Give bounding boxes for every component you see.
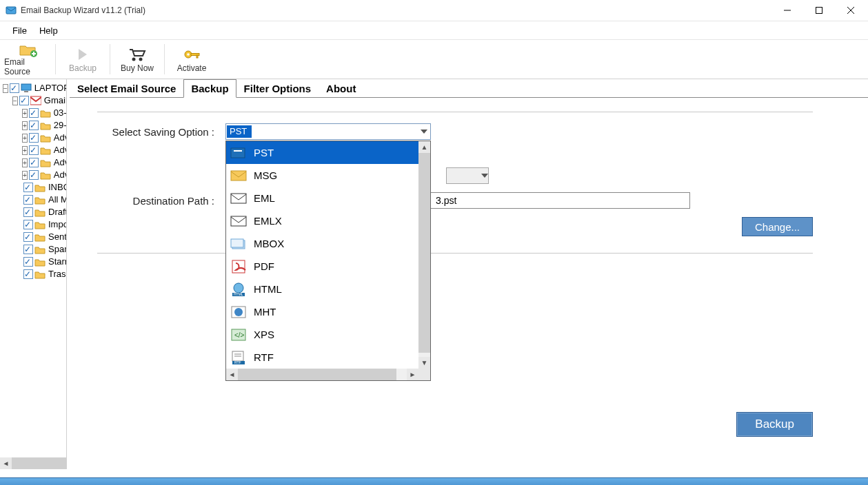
scroll-thumb[interactable] [238, 369, 396, 380]
checkbox[interactable] [23, 245, 33, 254]
menu-help[interactable]: Help [34, 24, 63, 37]
option-msg[interactable]: MSG [226, 164, 418, 187]
folder-icon [34, 245, 46, 254]
option-mbox[interactable]: MBOX [226, 232, 418, 255]
checkbox[interactable] [23, 220, 33, 229]
tree-toggle[interactable]: + [22, 121, 28, 130]
tool-backup[interactable]: Backup [59, 42, 107, 76]
svg-rect-22 [231, 194, 246, 203]
option-html[interactable]: HTMLHTML [226, 278, 418, 300]
svg-rect-0 [6, 7, 16, 14]
option-pdf[interactable]: PDF [226, 255, 418, 278]
tree-folder-label: INBOX (5134) [47, 181, 67, 194]
dropdown-horizontal-scrollbar[interactable]: ◄ ► [226, 369, 430, 380]
folder-tree[interactable]: − LAPTOP-IL218ID7 − Gmail +03-02-2020 05… [0, 79, 66, 280]
scroll-thumb[interactable] [12, 457, 67, 469]
scroll-thumb[interactable] [418, 153, 430, 353]
svg-rect-23 [231, 216, 246, 226]
tree-folder-label: Drafts (0) [47, 206, 67, 218]
checkbox[interactable] [23, 232, 33, 242]
scroll-right-arrow-icon[interactable]: ► [407, 369, 418, 380]
tree-toggle[interactable]: + [22, 158, 28, 167]
tab-filter-options[interactable]: Filter Options [236, 79, 319, 98]
backup-button[interactable]: Backup [736, 412, 813, 437]
checkbox[interactable] [10, 83, 19, 93]
tree-toggle[interactable]: − [12, 96, 18, 105]
tool-buy-now[interactable]: Buy Now [113, 42, 161, 76]
tab-select-email-source[interactable]: Select Email Source [70, 79, 183, 98]
checkbox[interactable] [23, 269, 33, 279]
option-label: PST [254, 147, 274, 158]
saving-option-value: PST [227, 125, 252, 138]
sidebar-horizontal-scrollbar[interactable]: ◄ ► [0, 457, 66, 469]
destination-path-label: Destination Path : [97, 195, 225, 207]
change-button[interactable]: Change... [742, 217, 813, 236]
checkbox[interactable] [29, 170, 39, 180]
menu-file[interactable]: File [7, 24, 32, 37]
option-eml[interactable]: EML [226, 187, 418, 209]
titlebar: Email Backup Wizard v11.2 (Trial) [0, 0, 868, 21]
separator [55, 44, 56, 74]
option-mht[interactable]: MHT [226, 300, 418, 323]
scroll-left-arrow-icon[interactable]: ◄ [226, 369, 238, 380]
tool-activate[interactable]: Activate [168, 42, 216, 76]
destination-path-value: 3.pst [436, 195, 456, 206]
svg-marker-39 [481, 174, 488, 178]
option-emlx[interactable]: EMLX [226, 209, 418, 232]
dropdown-vertical-scrollbar[interactable]: ▲ ▼ [418, 141, 430, 369]
option-xps[interactable]: </>XPS [226, 323, 418, 346]
tool-email-source[interactable]: Email Source [4, 42, 52, 76]
minimize-button[interactable] [771, 0, 803, 21]
tree-toggle[interactable]: + [22, 146, 28, 155]
svg-rect-25 [231, 239, 243, 247]
folder-icon [40, 108, 51, 118]
tool-buy-now-label: Buy Now [121, 63, 154, 73]
tree-folder-label: Important (5) [47, 218, 67, 231]
option-label: MSG [254, 169, 277, 181]
option-rtf[interactable]: RTFRTF [226, 346, 418, 369]
checkbox[interactable] [23, 195, 33, 205]
chevron-down-icon[interactable] [481, 174, 488, 178]
folder-icon [34, 207, 46, 217]
checkbox[interactable] [29, 108, 39, 118]
toolbar: Email Source Backup Buy Now Activate [0, 40, 868, 79]
folder-icon [40, 170, 51, 180]
maximize-button[interactable] [803, 0, 835, 21]
close-button[interactable] [835, 0, 867, 21]
folder-icon [34, 232, 46, 242]
checkbox[interactable] [23, 257, 33, 267]
eml-icon [229, 189, 248, 207]
app-icon [6, 5, 17, 16]
pst-icon [229, 144, 248, 162]
chevron-down-icon[interactable] [418, 125, 430, 138]
secondary-select[interactable] [446, 167, 489, 184]
checkbox[interactable] [29, 133, 39, 143]
tree-folder-label: Sent Mail (4) [47, 231, 67, 243]
checkbox[interactable] [19, 96, 29, 105]
checkbox[interactable] [23, 207, 33, 217]
svg-marker-8 [79, 49, 87, 60]
checkbox[interactable] [29, 145, 39, 155]
mht-icon [229, 303, 248, 321]
svg-point-10 [139, 58, 143, 61]
tab-strip: Select Email Source Backup Filter Option… [70, 78, 868, 98]
tree-toggle[interactable]: − [3, 84, 8, 93]
checkbox[interactable] [29, 121, 39, 130]
tab-about[interactable]: About [319, 79, 363, 98]
checkbox[interactable] [23, 183, 33, 192]
tree-toggle[interactable]: + [22, 171, 28, 180]
scroll-up-arrow-icon[interactable]: ▲ [418, 141, 430, 153]
tree-toggle[interactable]: + [22, 109, 28, 118]
computer-icon [21, 83, 32, 93]
scroll-down-arrow-icon[interactable]: ▼ [418, 357, 430, 369]
svg-text:RTF: RTF [234, 360, 241, 364]
saving-option-select[interactable]: PST PST MSG EML EMLX MBOX PDF [225, 123, 431, 140]
tab-backup[interactable]: Backup [183, 79, 236, 98]
option-pst[interactable]: PST [226, 141, 418, 164]
option-label: HTML [254, 283, 282, 295]
scroll-left-arrow-icon[interactable]: ◄ [0, 457, 12, 469]
tree-toggle[interactable]: + [22, 134, 28, 143]
option-label: EMLX [254, 215, 282, 227]
play-icon [76, 45, 90, 63]
checkbox[interactable] [29, 158, 39, 167]
